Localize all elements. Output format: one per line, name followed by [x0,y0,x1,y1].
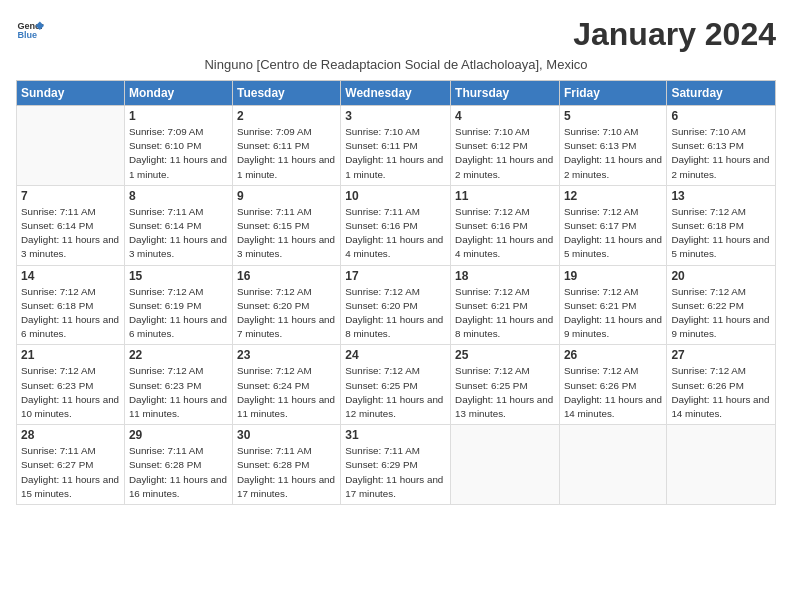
day-header-tuesday: Tuesday [232,81,340,106]
day-detail: Sunrise: 7:12 AMSunset: 6:26 PMDaylight:… [564,364,662,421]
day-detail: Sunrise: 7:11 AMSunset: 6:28 PMDaylight:… [129,444,228,501]
day-cell: 20Sunrise: 7:12 AMSunset: 6:22 PMDayligh… [667,265,776,345]
day-cell: 7Sunrise: 7:11 AMSunset: 6:14 PMDaylight… [17,185,125,265]
day-cell: 10Sunrise: 7:11 AMSunset: 6:16 PMDayligh… [341,185,451,265]
day-detail: Sunrise: 7:10 AMSunset: 6:12 PMDaylight:… [455,125,555,182]
logo-icon: General Blue [16,16,44,44]
day-number: 7 [21,189,120,203]
day-number: 21 [21,348,120,362]
day-cell: 28Sunrise: 7:11 AMSunset: 6:27 PMDayligh… [17,425,125,505]
day-detail: Sunrise: 7:12 AMSunset: 6:26 PMDaylight:… [671,364,771,421]
day-detail: Sunrise: 7:12 AMSunset: 6:24 PMDaylight:… [237,364,336,421]
day-detail: Sunrise: 7:09 AMSunset: 6:10 PMDaylight:… [129,125,228,182]
day-detail: Sunrise: 7:10 AMSunset: 6:13 PMDaylight:… [564,125,662,182]
day-cell: 22Sunrise: 7:12 AMSunset: 6:23 PMDayligh… [124,345,232,425]
day-cell: 3Sunrise: 7:10 AMSunset: 6:11 PMDaylight… [341,106,451,186]
day-number: 30 [237,428,336,442]
day-cell [559,425,666,505]
subtitle: Ninguno [Centro de Readaptacion Social d… [16,57,776,72]
day-detail: Sunrise: 7:11 AMSunset: 6:14 PMDaylight:… [129,205,228,262]
day-header-sunday: Sunday [17,81,125,106]
day-number: 13 [671,189,771,203]
day-cell: 24Sunrise: 7:12 AMSunset: 6:25 PMDayligh… [341,345,451,425]
day-number: 31 [345,428,446,442]
day-number: 27 [671,348,771,362]
day-number: 20 [671,269,771,283]
day-number: 18 [455,269,555,283]
day-detail: Sunrise: 7:11 AMSunset: 6:28 PMDaylight:… [237,444,336,501]
day-number: 24 [345,348,446,362]
day-number: 1 [129,109,228,123]
day-cell [17,106,125,186]
day-detail: Sunrise: 7:12 AMSunset: 6:18 PMDaylight:… [671,205,771,262]
day-number: 29 [129,428,228,442]
day-header-wednesday: Wednesday [341,81,451,106]
day-number: 26 [564,348,662,362]
day-cell: 25Sunrise: 7:12 AMSunset: 6:25 PMDayligh… [451,345,560,425]
day-cell: 9Sunrise: 7:11 AMSunset: 6:15 PMDaylight… [232,185,340,265]
day-detail: Sunrise: 7:11 AMSunset: 6:27 PMDaylight:… [21,444,120,501]
day-number: 15 [129,269,228,283]
day-detail: Sunrise: 7:12 AMSunset: 6:25 PMDaylight:… [345,364,446,421]
day-detail: Sunrise: 7:10 AMSunset: 6:13 PMDaylight:… [671,125,771,182]
day-cell: 17Sunrise: 7:12 AMSunset: 6:20 PMDayligh… [341,265,451,345]
day-detail: Sunrise: 7:12 AMSunset: 6:20 PMDaylight:… [237,285,336,342]
day-cell: 12Sunrise: 7:12 AMSunset: 6:17 PMDayligh… [559,185,666,265]
day-cell: 8Sunrise: 7:11 AMSunset: 6:14 PMDaylight… [124,185,232,265]
day-detail: Sunrise: 7:10 AMSunset: 6:11 PMDaylight:… [345,125,446,182]
day-number: 17 [345,269,446,283]
day-detail: Sunrise: 7:12 AMSunset: 6:18 PMDaylight:… [21,285,120,342]
day-cell: 23Sunrise: 7:12 AMSunset: 6:24 PMDayligh… [232,345,340,425]
day-cell: 18Sunrise: 7:12 AMSunset: 6:21 PMDayligh… [451,265,560,345]
day-detail: Sunrise: 7:12 AMSunset: 6:21 PMDaylight:… [564,285,662,342]
day-detail: Sunrise: 7:12 AMSunset: 6:20 PMDaylight:… [345,285,446,342]
day-cell: 2Sunrise: 7:09 AMSunset: 6:11 PMDaylight… [232,106,340,186]
day-cell: 27Sunrise: 7:12 AMSunset: 6:26 PMDayligh… [667,345,776,425]
day-cell: 5Sunrise: 7:10 AMSunset: 6:13 PMDaylight… [559,106,666,186]
day-cell: 14Sunrise: 7:12 AMSunset: 6:18 PMDayligh… [17,265,125,345]
day-number: 6 [671,109,771,123]
day-header-thursday: Thursday [451,81,560,106]
week-row-4: 21Sunrise: 7:12 AMSunset: 6:23 PMDayligh… [17,345,776,425]
day-number: 5 [564,109,662,123]
day-detail: Sunrise: 7:12 AMSunset: 6:21 PMDaylight:… [455,285,555,342]
day-header-friday: Friday [559,81,666,106]
month-title: January 2024 [573,16,776,53]
day-number: 23 [237,348,336,362]
day-cell: 31Sunrise: 7:11 AMSunset: 6:29 PMDayligh… [341,425,451,505]
week-row-3: 14Sunrise: 7:12 AMSunset: 6:18 PMDayligh… [17,265,776,345]
day-header-saturday: Saturday [667,81,776,106]
svg-text:Blue: Blue [17,30,37,40]
day-number: 12 [564,189,662,203]
day-number: 9 [237,189,336,203]
day-header-monday: Monday [124,81,232,106]
logo: General Blue [16,16,44,44]
day-number: 2 [237,109,336,123]
day-detail: Sunrise: 7:12 AMSunset: 6:23 PMDaylight:… [129,364,228,421]
day-detail: Sunrise: 7:12 AMSunset: 6:16 PMDaylight:… [455,205,555,262]
day-number: 3 [345,109,446,123]
day-detail: Sunrise: 7:12 AMSunset: 6:19 PMDaylight:… [129,285,228,342]
day-detail: Sunrise: 7:12 AMSunset: 6:22 PMDaylight:… [671,285,771,342]
week-row-2: 7Sunrise: 7:11 AMSunset: 6:14 PMDaylight… [17,185,776,265]
day-number: 22 [129,348,228,362]
day-cell: 30Sunrise: 7:11 AMSunset: 6:28 PMDayligh… [232,425,340,505]
day-detail: Sunrise: 7:11 AMSunset: 6:16 PMDaylight:… [345,205,446,262]
week-row-5: 28Sunrise: 7:11 AMSunset: 6:27 PMDayligh… [17,425,776,505]
day-cell: 29Sunrise: 7:11 AMSunset: 6:28 PMDayligh… [124,425,232,505]
day-number: 4 [455,109,555,123]
day-cell: 6Sunrise: 7:10 AMSunset: 6:13 PMDaylight… [667,106,776,186]
day-cell [451,425,560,505]
day-cell: 11Sunrise: 7:12 AMSunset: 6:16 PMDayligh… [451,185,560,265]
day-cell: 15Sunrise: 7:12 AMSunset: 6:19 PMDayligh… [124,265,232,345]
day-cell: 19Sunrise: 7:12 AMSunset: 6:21 PMDayligh… [559,265,666,345]
day-number: 11 [455,189,555,203]
day-detail: Sunrise: 7:12 AMSunset: 6:23 PMDaylight:… [21,364,120,421]
day-cell: 16Sunrise: 7:12 AMSunset: 6:20 PMDayligh… [232,265,340,345]
day-cell: 1Sunrise: 7:09 AMSunset: 6:10 PMDaylight… [124,106,232,186]
day-detail: Sunrise: 7:12 AMSunset: 6:17 PMDaylight:… [564,205,662,262]
day-cell: 26Sunrise: 7:12 AMSunset: 6:26 PMDayligh… [559,345,666,425]
day-number: 16 [237,269,336,283]
day-detail: Sunrise: 7:11 AMSunset: 6:14 PMDaylight:… [21,205,120,262]
day-detail: Sunrise: 7:11 AMSunset: 6:29 PMDaylight:… [345,444,446,501]
